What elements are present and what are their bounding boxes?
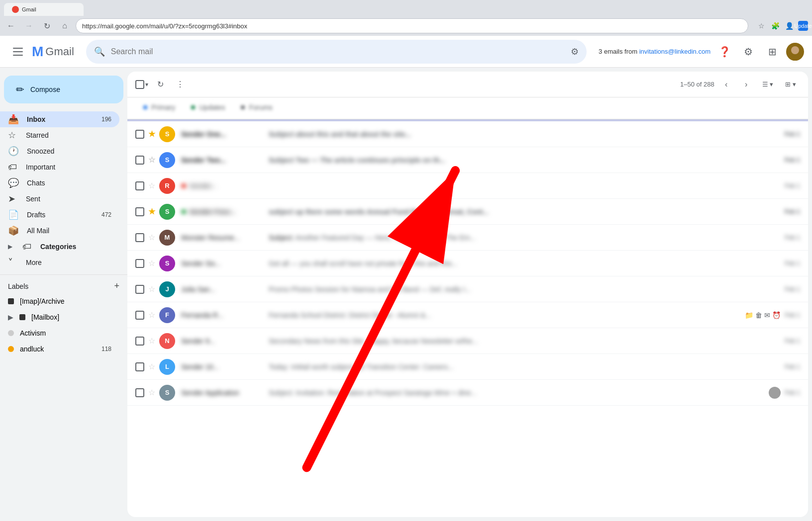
sidebar-item-drafts[interactable]: 📄 Drafts 472 — [0, 207, 119, 223]
label-andluck[interactable]: andluck 118 — [0, 341, 119, 357]
email-row[interactable]: ☆ S Sender Two... Subject Two — The arti… — [127, 147, 808, 173]
star-icon[interactable]: ★ — [148, 207, 155, 216]
row-checkbox[interactable] — [135, 285, 144, 294]
account-sync-icon[interactable]: 👤 — [784, 21, 794, 31]
refresh-button[interactable]: ↻ — [152, 77, 168, 92]
row-checkbox[interactable] — [135, 181, 144, 190]
extension-icon[interactable]: 🧩 — [770, 21, 780, 31]
label-mailbox[interactable]: ▶ [Mailbox] — [0, 309, 119, 325]
active-tab[interactable]: Gmail — [4, 3, 84, 16]
row-checkbox[interactable] — [135, 156, 144, 165]
chevron-down-icon[interactable]: ▾ — [145, 81, 148, 88]
tab-primary[interactable]: Primary — [135, 97, 183, 119]
row-subject-snippet: Subject: Another Featured Day — Here, Yo… — [261, 234, 785, 242]
label-activism[interactable]: Activism — [0, 325, 119, 341]
star-icon[interactable]: ★ — [148, 129, 155, 139]
row-checkbox[interactable] — [135, 130, 144, 139]
filter-icon[interactable]: ⚙ — [571, 46, 579, 57]
email-row[interactable]: ★ S Sender Four... subject up there some… — [127, 199, 808, 225]
density-button[interactable]: ⊞ ▾ — [781, 79, 800, 90]
label-name: [Mailbox] — [31, 313, 59, 321]
star-icon[interactable]: ☆ — [148, 388, 155, 397]
sidebar-item-snoozed[interactable]: 🕐 Snoozed — [0, 143, 119, 159]
categories-icon: 🏷 — [22, 242, 32, 252]
prev-page-button[interactable]: ‹ — [718, 77, 734, 92]
menu-button[interactable] — [8, 42, 28, 62]
more-options-button[interactable]: ⋮ — [172, 77, 188, 92]
star-icon[interactable]: ☆ — [148, 181, 155, 190]
sidebar-item-categories[interactable]: ▶ 🏷 Categories — [0, 239, 119, 255]
tab-forums[interactable]: Forums — [233, 97, 280, 119]
tab-updates[interactable]: Updates — [183, 97, 233, 119]
gmail-m-icon: M — [32, 44, 43, 60]
sidebar-item-important[interactable]: 🏷 Important — [0, 159, 119, 175]
sidebar-item-starred[interactable]: ☆ Starred — [0, 127, 119, 143]
row-checkbox[interactable] — [135, 337, 144, 346]
star-icon[interactable]: ☆ — [148, 259, 155, 268]
back-button[interactable]: ← — [4, 19, 18, 33]
row-sender: Sender One... — [181, 130, 261, 138]
view-options-button[interactable]: ☰ ▾ — [758, 79, 778, 90]
email-list: ★ S Sender One... Subject about this and… — [127, 121, 808, 517]
apps-button[interactable]: ⊞ — [762, 42, 782, 62]
snoozed-icon: 🕐 — [8, 146, 19, 157]
email-row[interactable]: ☆ R Sender... Feb 1 — [127, 173, 808, 199]
row-checkbox[interactable] — [135, 388, 144, 397]
email-row[interactable]: ☆ L Sender 10... Today: InMail worth sub… — [127, 354, 808, 380]
settings-button[interactable]: ⚙ — [738, 42, 758, 62]
row-checkbox[interactable] — [135, 233, 144, 242]
sidebar-item-allmail[interactable]: 📦 All Mail — [0, 223, 119, 239]
email-row[interactable]: ★ S Sender One... Subject about this and… — [127, 121, 808, 147]
star-icon[interactable]: ☆ — [148, 362, 155, 371]
avatar[interactable] — [786, 43, 804, 61]
row-time: Feb 1 — [785, 260, 800, 267]
forward-button[interactable]: → — [22, 19, 36, 33]
delete-icon[interactable]: 🗑 — [755, 311, 762, 319]
row-time: Feb 1 — [785, 338, 800, 345]
row-checkbox[interactable] — [135, 311, 144, 320]
row-checkbox[interactable] — [135, 207, 144, 216]
sidebar-item-chats[interactable]: 💬 Chats — [0, 175, 119, 191]
email-row[interactable]: ☆ S Sender Application Subject: Invitati… — [127, 380, 808, 406]
row-time: Feb 1 — [785, 208, 800, 215]
star-icon[interactable]: ☆ — [148, 233, 155, 242]
compose-button[interactable]: ✏ Compose — [4, 76, 123, 103]
email-row[interactable]: ☆ F Fernanda R... Fernanda School Distri… — [127, 302, 808, 328]
address-bar[interactable]: https://mail.google.com/mail/u/0/?zx=5rc… — [76, 18, 748, 33]
star-icon[interactable]: ☆ — [148, 310, 155, 320]
update-button[interactable]: Update — [798, 21, 808, 31]
email-row[interactable]: ☆ M Monster Resume... Subject: Another F… — [127, 225, 808, 251]
sidebar-item-sent[interactable]: ➤ Sent — [0, 191, 119, 207]
notification-link[interactable]: invitations@linkedin.com — [639, 48, 710, 55]
star-icon[interactable]: ☆ — [148, 336, 155, 346]
notification-text: 3 emails from invitations@linkedin.com — [599, 48, 710, 55]
sidebar-item-more[interactable]: ˅ More — [0, 255, 119, 270]
row-time: Feb 1 — [785, 389, 800, 396]
sidebar-item-inbox[interactable]: 📥 Inbox 196 — [0, 111, 119, 127]
select-all-checkbox[interactable] — [135, 80, 144, 89]
label-expand-icon[interactable]: ▶ — [8, 313, 13, 321]
sidebar-item-label: Snoozed — [27, 147, 111, 155]
next-page-button[interactable]: › — [738, 77, 754, 92]
email-row[interactable]: ☆ S Sender Six... Get all — you shall sc… — [127, 251, 808, 276]
reload-button[interactable]: ↻ — [40, 19, 54, 33]
email-row[interactable]: ☆ J Julia San... Promo Photos Session fo… — [127, 276, 808, 302]
row-checkbox[interactable] — [135, 362, 144, 371]
search-input[interactable] — [111, 47, 565, 56]
row-sender: Sender Four... — [181, 208, 261, 216]
star-icon[interactable]: ☆ — [148, 284, 155, 294]
tab-dot-forums — [241, 105, 245, 109]
snooze-icon[interactable]: ⏰ — [772, 311, 781, 319]
bookmark-icon[interactable]: ☆ — [756, 21, 766, 31]
mark-unread-icon[interactable]: ✉ — [764, 311, 770, 319]
row-checkbox[interactable] — [135, 259, 144, 268]
add-label-button[interactable]: + — [114, 281, 119, 291]
email-row[interactable]: ☆ N Sender 9... Secondary News from this… — [127, 328, 808, 354]
label-imap-archive[interactable]: [Imap]/Archive — [0, 293, 119, 309]
sidebar-item-label: Categories — [40, 243, 111, 251]
help-button[interactable]: ❓ — [714, 42, 734, 62]
archive-icon[interactable]: 📁 — [745, 311, 753, 319]
star-icon[interactable]: ☆ — [148, 155, 155, 165]
home-button[interactable]: ⌂ — [58, 19, 72, 33]
row-subject-snippet: Subject about this and that about the si… — [261, 130, 785, 138]
